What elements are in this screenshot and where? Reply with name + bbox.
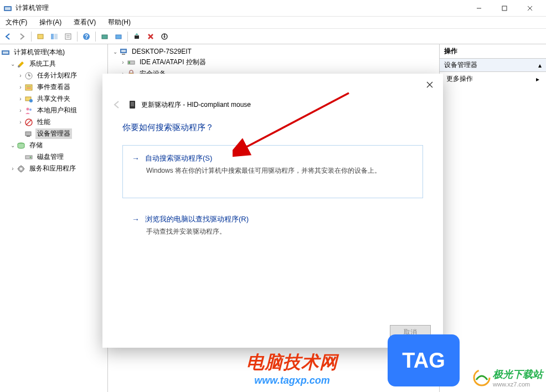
users-icon [24,106,33,115]
svg-rect-14 [102,35,107,39]
services-icon [17,164,25,173]
app-icon [3,4,12,13]
svg-point-31 [29,99,33,102]
svg-rect-15 [116,35,121,39]
tree-device-manager[interactable]: › 设备管理器 [1,128,106,140]
svg-rect-7 [51,34,54,39]
tree-services[interactable]: › 服务和应用程序 [1,163,106,174]
show-hide-tree-button[interactable] [48,30,60,43]
share-icon [24,95,33,104]
tree-task-scheduler[interactable]: › 任务计划程序 [1,70,106,81]
actions-section-device-mgr[interactable]: 设备管理器 ▴ [440,59,546,72]
tools-icon [17,60,25,69]
expand-icon[interactable]: › [119,59,127,65]
dialog-close-button[interactable] [419,76,441,94]
svg-rect-9 [65,34,71,39]
maximize-button[interactable] [492,0,517,17]
svg-rect-36 [25,132,31,136]
menu-help[interactable]: 帮助(H) [106,17,133,28]
tree-disk-management[interactable]: › 磁盘管理 [1,151,106,163]
svg-rect-8 [54,34,58,39]
tree-storage[interactable]: ⌄ 存储 [1,140,106,151]
svg-rect-27 [25,85,32,90]
collapse-arrow-icon: ▴ [538,61,542,69]
svg-marker-20 [163,37,166,38]
svg-point-42 [20,168,22,170]
dialog-title: 更新驱动程序 - HID-compliant mouse [141,100,251,110]
tree-system-tools[interactable]: ⌄ 系统工具 [1,58,106,70]
svg-rect-22 [3,51,8,54]
collapse-icon[interactable]: ⌄ [111,49,119,55]
svg-rect-45 [122,54,125,55]
expand-icon[interactable]: › [17,119,24,125]
watermark-tagxp: 电脑技术网 www.tagxp.com [246,350,338,386]
dialog-question: 你要如何搜索驱动程序？ [122,122,423,133]
window-title: 计算机管理 [16,3,466,13]
actions-more[interactable]: 更多操作 ▸ [440,72,546,86]
svg-rect-3 [502,6,507,11]
tree-event-viewer[interactable]: › 事件查看器 [1,81,106,93]
forward-button[interactable] [16,30,28,43]
watermark-xz7: 极光下载站 www.xz7.com [473,368,543,388]
expand-icon[interactable]: › [9,166,17,172]
perf-icon [24,118,33,127]
svg-rect-52 [131,102,134,106]
menu-view[interactable]: 查看(V) [71,17,98,28]
menu-file[interactable]: 文件(F) [3,17,29,28]
svg-rect-6 [38,34,43,39]
help-button[interactable]: ? [80,30,92,43]
tree-root[interactable]: 计算机管理(本地) [1,47,106,58]
tree-shared-folders[interactable]: › 共享文件夹 [1,93,106,105]
svg-rect-47 [128,61,130,64]
menu-action[interactable]: 操作(A) [37,17,64,28]
actions-header: 操作 [440,44,546,59]
properties-button[interactable] [62,30,74,43]
svg-point-32 [27,107,29,110]
svg-rect-44 [121,50,126,52]
computer-mgmt-icon [1,48,10,57]
collapse-icon[interactable]: ⌄ [9,61,17,67]
update-driver-button[interactable] [131,30,143,43]
scan-hardware-button[interactable] [99,30,111,43]
device-root[interactable]: ⌄ DESKTOP-7S29EIT [111,47,436,56]
close-button[interactable] [517,0,543,17]
arrow-right-icon: → [132,154,140,163]
device-mgr-icon [24,130,33,138]
svg-rect-1 [5,7,11,10]
back-button[interactable] [2,30,14,43]
arrow-right-icon: → [132,215,140,224]
expand-icon[interactable]: › [17,84,24,90]
collapse-icon[interactable]: ⌄ [9,142,17,148]
option-browse[interactable]: → 浏览我的电脑以查找驱动程序(R) 手动查找并安装驱动程序。 [122,206,423,245]
expand-icon[interactable]: › [17,107,24,114]
aurora-icon [473,369,491,386]
device-icon [128,100,137,109]
menubar: 文件(F) 操作(A) 查看(V) 帮助(H) [0,17,546,29]
uninstall-button[interactable] [145,30,157,43]
svg-rect-37 [27,136,30,137]
watermark-tag-badge: TAG [388,334,460,386]
svg-point-54 [474,370,490,385]
dialog-back-button [110,98,123,111]
event-icon [24,83,33,92]
expand-icon[interactable]: › [17,96,24,102]
toolbar: ? [0,29,546,44]
expand-icon[interactable]: › [17,73,24,79]
up-button[interactable] [34,30,47,43]
option-auto-search[interactable]: → 自动搜索驱动程序(S) Windows 将在你的计算机中搜索最佳可用驱动程序… [122,145,423,198]
disable-button[interactable] [158,30,171,43]
device-ide[interactable]: › IDE ATA/ATAPI 控制器 [111,56,436,68]
tree-performance[interactable]: › 性能 [1,116,106,128]
storage-icon [17,141,25,150]
svg-text:?: ? [85,34,88,40]
svg-point-40 [30,156,32,158]
clock-icon [24,71,33,80]
disk-icon [24,153,33,162]
minimize-button[interactable] [466,0,492,17]
view-button[interactable] [112,30,125,43]
svg-point-33 [29,109,32,111]
tree-local-users[interactable]: › 本地用户和组 [1,105,106,116]
svg-point-23 [18,65,20,68]
submenu-arrow-icon: ▸ [536,75,539,83]
update-driver-dialog: 更新驱动程序 - HID-compliant mouse 你要如何搜索驱动程序？… [102,74,443,348]
